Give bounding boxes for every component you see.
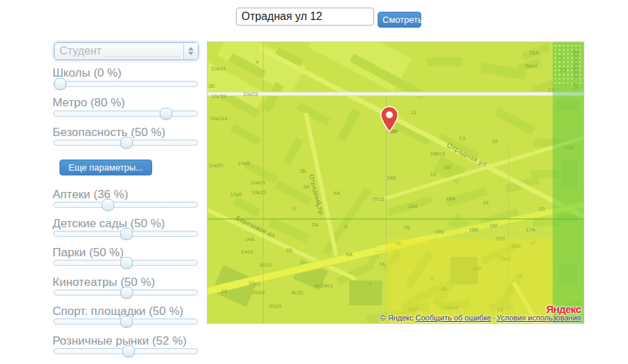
profile-select-value: Студент	[59, 45, 102, 57]
map-building-label: 5Ас1	[525, 63, 537, 69]
search-button[interactable]: Смотреть	[378, 12, 421, 28]
map-building-label: 10к114	[210, 115, 227, 122]
slider-label-7: Спорт. площадки (50 %)	[53, 305, 183, 318]
slider-track-4[interactable]	[53, 231, 198, 237]
map-building-label: 8с32	[291, 289, 303, 296]
slider-thumb-6[interactable]	[120, 287, 133, 298]
map-building	[232, 196, 261, 216]
map-building	[230, 124, 261, 146]
slider-label-6: Кинотеатры (50 %)	[53, 276, 155, 289]
map-building	[349, 280, 382, 305]
stepper-down-icon[interactable]	[188, 52, 194, 55]
stepper-up-icon[interactable]	[188, 47, 194, 50]
map-boundary-line	[207, 218, 584, 220]
map-building-label: 7Гс1	[372, 196, 384, 202]
map-building-label: 3	[293, 205, 295, 211]
map-building-label: 10к20	[208, 162, 223, 169]
map-building-label: 5А	[346, 251, 353, 258]
slider-track-7[interactable]	[53, 318, 198, 325]
map-building-label: 26	[286, 247, 293, 253]
slider-thumb-4[interactable]	[120, 228, 133, 240]
map-building	[337, 108, 360, 142]
map-building-label: 20с2	[248, 280, 260, 287]
slider-label-1: Метро (80 %)	[53, 96, 125, 110]
slider-thumb-7[interactable]	[120, 316, 133, 327]
map-building-label: 16Г	[443, 164, 452, 171]
map-building-label: 16Бс1	[430, 151, 446, 157]
map-building-label: 4	[315, 202, 318, 209]
map-building-label: вл2Ас1	[315, 282, 333, 289]
map-building-label: 20	[539, 206, 545, 212]
map-main-street	[207, 92, 584, 96]
slider-track-1[interactable]	[53, 111, 198, 117]
map-building-label: 16А	[408, 203, 418, 209]
map-building-label: 4А	[333, 190, 340, 196]
map-building-label: 3А	[303, 184, 310, 190]
map-building	[427, 57, 462, 66]
map-building-label: 14А	[245, 236, 255, 242]
map-building-label: 16	[430, 171, 436, 178]
map-building-label: 4	[256, 59, 259, 65]
map-building-label: 25А	[529, 50, 539, 56]
select-dotted-leader	[104, 50, 180, 57]
more-params-button[interactable]: Еще параметры...	[59, 160, 152, 175]
slider-track-0[interactable]	[53, 81, 198, 87]
slider-thumb-0[interactable]	[54, 78, 66, 90]
slider-thumb-5[interactable]	[120, 257, 133, 269]
page: Смотреть Студент Школы (0 %)Метро (80 %)…	[0, 0, 628, 364]
attribution-line: © Яндекс Сообщить об ошибке·Условия испо…	[380, 314, 581, 322]
slider-thumb-3[interactable]	[102, 199, 114, 211]
map-building-label: 14с2	[241, 249, 252, 255]
map-building-label: 16Б	[434, 229, 444, 235]
map-attribution: Яндекс © Яндекс Сообщить об ошибке·Услов…	[380, 305, 581, 322]
map-building-label: 10к6	[230, 191, 242, 198]
slider-label-4: Детские сады (50 %)	[53, 217, 165, 231]
slider-track-8[interactable]	[53, 348, 198, 354]
map-building-label: 8с10	[259, 262, 271, 268]
slider-label-2: Безопасность (50 %)	[53, 126, 165, 140]
map-building-label: 2А	[311, 222, 318, 228]
map-building-label: 11	[411, 109, 416, 115]
trees-pattern	[553, 44, 582, 86]
map-building-label: 10к31	[211, 66, 225, 72]
map-building-label: 5	[344, 224, 347, 230]
map-building-label: 14Б	[387, 175, 396, 181]
map-building	[296, 102, 331, 126]
slider-track-5[interactable]	[53, 260, 198, 266]
map-canvas[interactable]: Отрадная улОтрадный пр.Березовая ал.Доне…	[207, 41, 584, 324]
map-building-label: 20с3	[252, 289, 264, 296]
report-error-link[interactable]: Сообщить об ошибке	[416, 314, 491, 322]
map-building-label: 18	[221, 288, 228, 294]
map-building-label: 3Б	[299, 168, 306, 174]
slider-label-8: Розничные рынки (52 %)	[53, 334, 187, 348]
map-building-label: 10к15	[251, 189, 266, 195]
map-building-label: 20с5	[269, 303, 281, 309]
slider-track-6[interactable]	[53, 289, 198, 296]
slider-track-3[interactable]	[53, 202, 198, 208]
map-building-label: 7В	[403, 224, 410, 231]
map-building	[283, 137, 303, 166]
map-pin-icon[interactable]	[379, 106, 400, 133]
map-building-label: 7	[369, 282, 371, 288]
slider-thumb-1[interactable]	[160, 108, 172, 119]
map-building-label: 10к23	[243, 91, 257, 97]
slider-track-2[interactable]	[53, 140, 198, 146]
slider-thumb-2[interactable]	[120, 137, 133, 149]
map-building-label: 15	[492, 138, 498, 144]
map-building-label: 18Г	[489, 222, 498, 229]
copyright-text: © Яндекс	[380, 314, 414, 322]
map-building-label: 18А	[445, 195, 455, 202]
map-building-label: 10к39	[211, 93, 225, 99]
terms-link[interactable]: Условия использования	[497, 314, 581, 322]
map-building-label: 18	[483, 200, 489, 206]
slider-label-5: Парки (50 %)	[53, 246, 124, 260]
profile-select[interactable]: Студент	[54, 42, 198, 60]
slider-thumb-8[interactable]	[122, 345, 135, 357]
select-stepper[interactable]	[183, 43, 198, 59]
map-building-label: 7А	[378, 261, 385, 267]
link-separator: ·	[492, 314, 495, 322]
address-input[interactable]	[236, 8, 374, 26]
map-building	[495, 108, 535, 135]
yandex-logo[interactable]: Яндекс	[380, 305, 581, 314]
slider-label-3: Аптеки (36 %)	[53, 188, 128, 202]
